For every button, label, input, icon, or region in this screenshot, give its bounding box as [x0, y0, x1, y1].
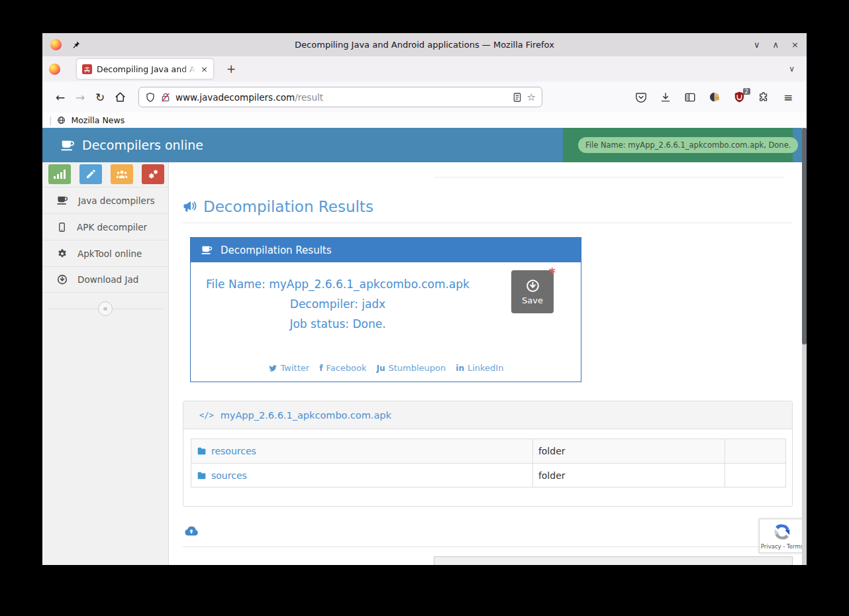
save-button[interactable]: Save * — [511, 270, 554, 313]
app-menu-button[interactable]: ≡ — [777, 87, 799, 107]
share-row: Twitter f Facebook Ju Stumbleupon in L — [191, 363, 581, 373]
share-stumbleupon[interactable]: Ju Stumbleupon — [376, 363, 446, 373]
results-panel-body: File Name: myApp_2.6.6.1_apkcombo.com.ap… — [191, 262, 581, 383]
share-label: Twitter — [281, 363, 310, 373]
collapse-sidebar-button[interactable]: « — [98, 301, 113, 316]
reader-mode-icon[interactable] — [512, 92, 523, 103]
settings-button[interactable] — [142, 164, 164, 184]
file-name: sources — [211, 470, 247, 481]
new-tab-button[interactable]: + — [223, 62, 240, 76]
privacy-extension-button[interactable] — [704, 87, 725, 107]
sidebar-item-download-jad[interactable]: Download Jad — [42, 266, 168, 293]
window-titlebar[interactable]: Decompiling Java and Android application… — [42, 33, 807, 56]
download-circle-icon — [57, 274, 68, 285]
gears-icon — [148, 169, 159, 180]
url-path: /result — [295, 92, 323, 103]
bottom-panel-edge — [434, 556, 793, 565]
results-panel-header: Decompilation Results — [191, 238, 581, 262]
reload-button[interactable]: ↻ — [90, 87, 110, 107]
pencil-icon — [85, 169, 96, 180]
ublock-badge: 2 — [743, 88, 750, 95]
firefox-view-icon[interactable] — [49, 64, 60, 75]
bookmarks-bar: | Mozilla News — [42, 113, 807, 128]
share-label: LinkedIn — [468, 363, 503, 373]
stats-button[interactable] — [48, 164, 71, 184]
table-row: sources folder — [191, 463, 785, 487]
tab-close-icon[interactable]: × — [201, 64, 208, 74]
downloads-button[interactable] — [655, 87, 676, 107]
save-badge: * — [549, 264, 556, 280]
site-brand[interactable]: Decompilers online — [42, 138, 203, 152]
facebook-icon: f — [319, 364, 323, 373]
share-label: Stumbleupon — [388, 363, 446, 373]
main-content: Decompilation Results Decompilation Resu… — [169, 162, 802, 565]
result-decompiler: Decompiler: jadx — [191, 294, 485, 314]
bar-chart-icon — [54, 170, 66, 179]
extensions-button[interactable] — [753, 87, 774, 107]
page-scrollbar[interactable] — [802, 128, 807, 565]
sidebars-button[interactable] — [679, 87, 701, 107]
result-file-name: File Name: myApp_2.6.6.1_apkcombo.com.ap… — [191, 274, 485, 294]
bookmark-item-mozilla-news[interactable]: Mozilla News — [71, 115, 125, 125]
bookmarks-separator: | — [49, 115, 52, 125]
sidebar-item-apktool-online[interactable]: ApkTool online — [42, 240, 168, 266]
puzzle-icon — [758, 91, 770, 103]
tracking-shield-icon[interactable] — [145, 92, 156, 103]
folder-icon — [197, 446, 207, 456]
save-button-label: Save — [522, 295, 543, 305]
forward-button[interactable]: → — [70, 87, 90, 107]
coffee-cup-icon — [57, 195, 68, 206]
share-label: Facebook — [326, 363, 366, 373]
file-link-sources[interactable]: sources — [191, 464, 532, 487]
divider — [183, 546, 793, 547]
job-notification: File Name: myApp_2.6.6.1_apkcombo.com.ap… — [563, 128, 793, 162]
share-facebook[interactable]: f Facebook — [319, 363, 366, 373]
result-job-status: Job status: Done. — [191, 314, 485, 334]
home-button[interactable] — [110, 87, 130, 107]
site-sidebar: Java decompilers APK decompiler ApkTool … — [42, 162, 169, 565]
globe-icon — [57, 116, 66, 125]
list-tabs-chevron-icon[interactable]: ∨ — [789, 64, 800, 74]
share-linkedin[interactable]: in LinkedIn — [456, 363, 503, 373]
minimize-button[interactable]: ∨ — [754, 40, 760, 50]
coffee-cup-icon — [201, 244, 213, 256]
gear-icon — [57, 248, 68, 259]
bookmark-star-icon[interactable]: ☆ — [527, 91, 536, 103]
twitter-icon — [268, 364, 277, 373]
cloud-upload-icon[interactable] — [183, 524, 199, 539]
scrollbar-thumb[interactable] — [802, 128, 807, 344]
recaptcha-icon — [772, 522, 792, 542]
maximize-button[interactable]: ∧ — [773, 40, 779, 50]
table-row: resources folder — [191, 439, 785, 463]
sidebar-icon — [684, 91, 696, 103]
recaptcha-badge[interactable]: Privacy - Terms — [759, 519, 802, 553]
file-browser-header: </> myApp_2.6.6.1_apkcombo.com.apk — [183, 401, 792, 429]
tab-active[interactable]: Decompiling Java and Andr × — [77, 59, 213, 79]
ublock-button[interactable]: 2 — [728, 87, 750, 107]
close-button[interactable]: × — [791, 40, 799, 50]
site-brand-label: Decompilers online — [82, 138, 203, 152]
site-favicon — [82, 64, 92, 74]
sidebar-item-java-decompilers[interactable]: Java decompilers — [42, 187, 168, 213]
recaptcha-privacy-terms[interactable]: Privacy - Terms — [761, 543, 802, 550]
share-twitter[interactable]: Twitter — [268, 363, 310, 373]
pocket-button[interactable] — [630, 87, 652, 107]
url-bar[interactable]: www.javadecompilers.com/result ☆ — [138, 87, 542, 107]
file-link-resources[interactable]: resources — [191, 439, 532, 463]
home-icon — [114, 91, 126, 103]
nav-toolbar: ← → ↻ www.javadecompilers.com/result ☆ — [42, 81, 807, 113]
sidebar-item-apk-decompiler[interactable]: APK decompiler — [42, 213, 168, 240]
community-button[interactable] — [111, 164, 133, 184]
megaphone-icon — [183, 199, 198, 215]
code-icon: </> — [199, 411, 214, 420]
file-table: resources folder sources folder — [191, 438, 786, 488]
back-button[interactable]: ← — [50, 87, 70, 107]
file-type: folder — [532, 464, 724, 487]
file-browser-root[interactable]: myApp_2.6.6.1_apkcombo.com.apk — [221, 410, 391, 421]
stumbleupon-icon: Ju — [376, 364, 385, 373]
insecure-lock-icon[interactable] — [160, 92, 171, 103]
window-title: Decompiling Java and Android application… — [42, 40, 807, 50]
privacy-globe-lock-icon — [709, 91, 721, 103]
edit-button[interactable] — [79, 164, 102, 184]
url-text[interactable]: www.javadecompilers.com/result — [175, 92, 507, 103]
